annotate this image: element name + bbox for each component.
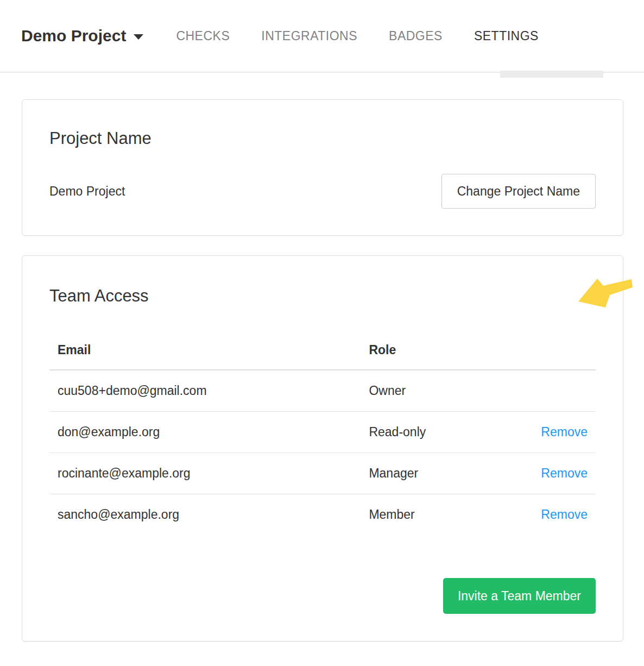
role-column-header: Role [361,336,530,370]
email-cell: don@example.org [49,412,361,453]
action-cell [530,370,596,412]
project-name-title: Project Name [49,129,596,148]
table-header-row: Email Role [49,336,596,370]
role-cell: Manager [361,453,530,494]
nav-tabs: CHECKS INTEGRATIONS BADGES SETTINGS [176,29,539,43]
current-project-name: Demo Project [49,184,125,199]
email-cell: cuu508+demo@gmail.com [49,370,361,412]
project-switcher[interactable]: Demo Project [21,27,143,45]
email-cell: sancho@example.org [49,494,361,536]
table-row: cuu508+demo@gmail.com Owner [49,370,596,412]
action-cell: Remove [530,412,596,453]
project-name-card: Project Name Demo Project Change Project… [22,99,623,236]
active-tab-indicator [500,71,603,78]
email-column-header: Email [49,336,361,370]
settings-page: Project Name Demo Project Change Project… [0,78,644,662]
invite-team-member-button[interactable]: Invite a Team Member [443,578,596,614]
role-cell: Member [361,494,530,536]
action-column-header [530,336,596,370]
tab-settings[interactable]: SETTINGS [474,29,539,43]
remove-member-link[interactable]: Remove [541,425,588,439]
tab-badges[interactable]: BADGES [389,29,443,43]
action-cell: Remove [530,494,596,536]
table-row: sancho@example.org Member Remove [49,494,596,536]
role-cell: Read-only [361,412,530,453]
tab-integrations[interactable]: INTEGRATIONS [261,29,357,43]
remove-member-link[interactable]: Remove [541,466,588,480]
team-access-title: Team Access [49,286,596,306]
action-cell: Remove [530,453,596,494]
tab-checks[interactable]: CHECKS [176,29,230,43]
table-row: don@example.org Read-only Remove [49,412,596,453]
email-cell: rocinante@example.org [49,453,361,494]
top-navbar: Demo Project CHECKS INTEGRATIONS BADGES … [0,0,644,78]
change-project-name-button[interactable]: Change Project Name [441,174,596,209]
team-access-card: Team Access Email Role cuu508+demo@gmail… [22,255,623,642]
team-members-table: Email Role cuu508+demo@gmail.com Owner d… [49,336,596,535]
table-row: rocinante@example.org Manager Remove [49,453,596,494]
chevron-down-icon [134,34,143,40]
role-cell: Owner [361,370,530,412]
remove-member-link[interactable]: Remove [541,507,588,522]
project-switcher-label: Demo Project [21,27,126,45]
